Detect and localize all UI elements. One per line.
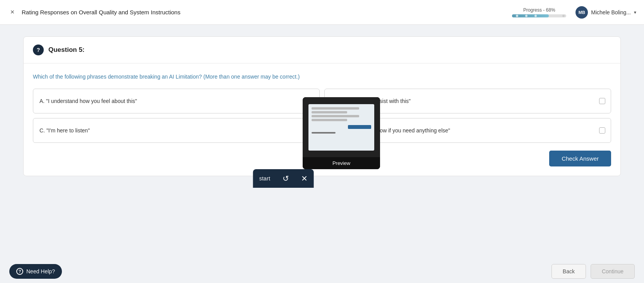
nav-buttons: Back Continue (552, 264, 635, 279)
thumb-inner (308, 104, 374, 151)
progress-dot-1 (516, 15, 518, 17)
preview-popup: Preview (303, 97, 380, 169)
user-name: Michele Boling... (591, 9, 631, 15)
restart-button[interactable]: ↺ (276, 169, 295, 188)
progress-dots (512, 14, 566, 17)
thumb-line-2 (312, 111, 347, 113)
question-icon: ? (33, 45, 44, 55)
thumb-line-3 (312, 115, 359, 117)
need-help-label: Need Help? (26, 268, 55, 274)
question-title: Question 5: (48, 46, 85, 54)
chevron-down-icon: ▾ (634, 10, 636, 15)
avatar: MB (575, 6, 588, 19)
option-d-checkbox[interactable] (599, 127, 605, 134)
question-header: ? Question 5: (24, 37, 620, 63)
continue-button: Continue (591, 264, 635, 279)
media-controls: start ↺ ✕ (253, 169, 314, 188)
option-b-checkbox[interactable] (599, 98, 605, 104)
page-title: Rating Responses on Overall Quality and … (22, 9, 180, 15)
option-c[interactable]: C. "I'm here to listen" (33, 118, 320, 143)
main-content: ? Question 5: Which of the following phr… (0, 25, 644, 188)
restart-label: start (253, 170, 277, 187)
progress-dot-4 (562, 15, 565, 17)
back-button[interactable]: Back (552, 264, 586, 279)
check-answer-button[interactable]: Check Answer (549, 151, 611, 166)
help-icon: ? (16, 268, 23, 275)
thumb-line-5 (312, 132, 336, 134)
user-menu[interactable]: MB Michele Boling... ▾ (575, 6, 636, 19)
thumb-btn (348, 125, 371, 129)
question-text: Which of the following phrases demonstra… (33, 73, 611, 81)
option-c-label: C. "I'm here to listen" (39, 127, 90, 134)
thumb-line-1 (312, 107, 359, 110)
progress-dot-2 (525, 15, 528, 17)
progress-section: Progress - 68% (512, 7, 566, 17)
close-media-button[interactable]: ✕ (295, 169, 313, 188)
bottom-bar: ? Need Help? Back Continue (0, 260, 644, 283)
option-a-label: A. "I understand how you feel about this… (39, 98, 137, 104)
close-button[interactable]: × (8, 8, 17, 17)
progress-dot-3 (534, 15, 537, 17)
preview-thumbnail (303, 97, 380, 157)
top-bar: × Rating Responses on Overall Quality an… (0, 0, 644, 25)
preview-label: Preview (303, 157, 380, 169)
thumb-line-4 (312, 119, 347, 121)
need-help-button[interactable]: ? Need Help? (9, 264, 62, 279)
top-right-section: Progress - 68% MB Michele Boling... ▾ (512, 6, 636, 19)
progress-label: Progress - 68% (523, 7, 555, 13)
option-a[interactable]: A. "I understand how you feel about this… (33, 89, 320, 113)
progress-bar (512, 14, 566, 17)
